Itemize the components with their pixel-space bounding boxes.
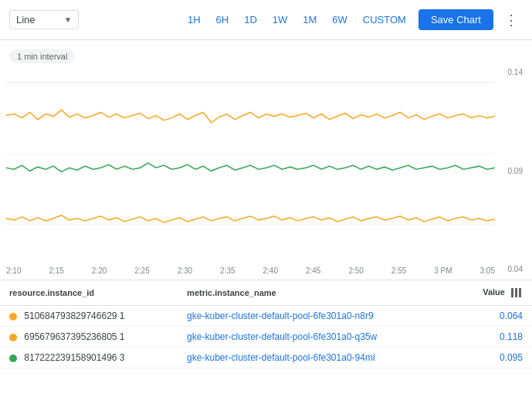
time-btn-1d[interactable]: 1D bbox=[238, 11, 263, 29]
y-label-bot: 0.04 bbox=[508, 265, 523, 273]
interval-badge: 1 min interval bbox=[9, 49, 75, 63]
series-line-1 bbox=[6, 110, 495, 122]
save-chart-button[interactable]: Save Chart bbox=[418, 9, 493, 30]
resource-instance-cell: 510684793829746629 1 bbox=[0, 306, 178, 327]
legend-row: 695679637395236805 1 gke-kuber-cluster-d… bbox=[0, 327, 532, 348]
x-label-8: 2:50 bbox=[348, 266, 363, 275]
legend-section: resource.instance_id metric.instance_nam… bbox=[0, 280, 532, 368]
col-header-instance: resource.instance_id bbox=[0, 280, 178, 306]
more-options-button[interactable]: ⋮ bbox=[500, 10, 523, 30]
time-btn-1h[interactable]: 1H bbox=[181, 11, 207, 29]
series-value-cell: 0.118 bbox=[454, 327, 532, 348]
x-label-6: 2:40 bbox=[263, 266, 278, 275]
instance-id-value: 817222239158901496 3 bbox=[24, 352, 124, 363]
legend-header-row: resource.instance_id metric.instance_nam… bbox=[0, 280, 532, 306]
column-options-icon[interactable] bbox=[510, 287, 523, 299]
series-dot bbox=[9, 313, 17, 321]
time-range-buttons: 1H 6H 1D 1W 1M 6W CUSTOM bbox=[181, 11, 412, 29]
x-label-2: 2:20 bbox=[92, 266, 107, 275]
series-line-2 bbox=[6, 163, 495, 171]
x-label-1: 2:15 bbox=[49, 266, 63, 275]
x-label-0: 2:10 bbox=[6, 266, 21, 275]
x-axis: 2:10 2:15 2:20 2:25 2:30 2:35 2:40 2:45 … bbox=[6, 263, 495, 275]
time-btn-6w[interactable]: 6W bbox=[326, 11, 354, 29]
x-label-5: 2:35 bbox=[220, 266, 235, 275]
legend-row: 817222239158901496 3 gke-kuber-cluster-d… bbox=[0, 348, 532, 368]
chevron-down-icon: ▼ bbox=[64, 15, 72, 24]
instance-id-value: 510684793829746629 1 bbox=[24, 310, 124, 321]
col-header-value: Value bbox=[454, 280, 532, 306]
time-btn-1w[interactable]: 1W bbox=[266, 11, 294, 29]
x-label-11: 3:05 bbox=[480, 266, 495, 275]
x-label-7: 2:45 bbox=[306, 266, 320, 275]
legend-row: 510684793829746629 1 gke-kuber-cluster-d… bbox=[0, 306, 532, 327]
chart-wrapper: 0.14 0.09 0.04 2:10 2:15 2:20 2:25 2:30 … bbox=[6, 66, 526, 275]
x-label-4: 2:30 bbox=[178, 266, 192, 275]
x-label-10: 3 PM bbox=[434, 266, 452, 275]
series-dot bbox=[9, 334, 17, 341]
time-btn-6h[interactable]: 6H bbox=[210, 11, 236, 29]
instance-id-value: 695679637395236805 1 bbox=[24, 331, 124, 342]
svg-rect-4 bbox=[515, 288, 517, 297]
x-label-3: 2:25 bbox=[134, 266, 149, 275]
svg-rect-5 bbox=[519, 288, 521, 297]
y-axis: 0.14 0.09 0.04 bbox=[508, 66, 523, 275]
chart-type-dropdown[interactable]: Line ▼ bbox=[9, 10, 79, 29]
series-value-cell: 0.064 bbox=[454, 306, 532, 327]
time-btn-1m[interactable]: 1M bbox=[296, 11, 323, 29]
legend-table: resource.instance_id metric.instance_nam… bbox=[0, 280, 532, 368]
svg-rect-3 bbox=[511, 288, 513, 297]
y-label-top: 0.14 bbox=[508, 68, 523, 76]
resource-instance-cell: 695679637395236805 1 bbox=[0, 327, 178, 348]
chart-svg-container bbox=[6, 66, 495, 256]
metric-name-cell[interactable]: gke-kuber-cluster-default-pool-6fe301a0-… bbox=[178, 348, 454, 368]
series-dot bbox=[9, 355, 17, 362]
x-label-9: 2:55 bbox=[391, 266, 406, 275]
series-value-cell: 0.095 bbox=[454, 348, 532, 368]
metric-name-cell[interactable]: gke-kuber-cluster-default-pool-6fe301a0-… bbox=[178, 327, 454, 348]
series-line-3 bbox=[6, 215, 495, 222]
y-label-mid: 0.09 bbox=[508, 167, 523, 175]
metric-name-cell[interactable]: gke-kuber-cluster-default-pool-6fe301a0-… bbox=[178, 306, 454, 327]
col-header-metric: metric.instance_name bbox=[178, 280, 454, 306]
toolbar: Line ▼ 1H 6H 1D 1W 1M 6W CUSTOM Save Cha… bbox=[0, 0, 532, 40]
chart-svg bbox=[6, 66, 495, 256]
chart-type-label: Line bbox=[16, 14, 36, 25]
chart-area: 1 min interval 0.14 0.09 0.04 bbox=[0, 40, 532, 280]
custom-time-button[interactable]: CUSTOM bbox=[357, 11, 412, 29]
resource-instance-cell: 817222239158901496 3 bbox=[0, 348, 178, 368]
